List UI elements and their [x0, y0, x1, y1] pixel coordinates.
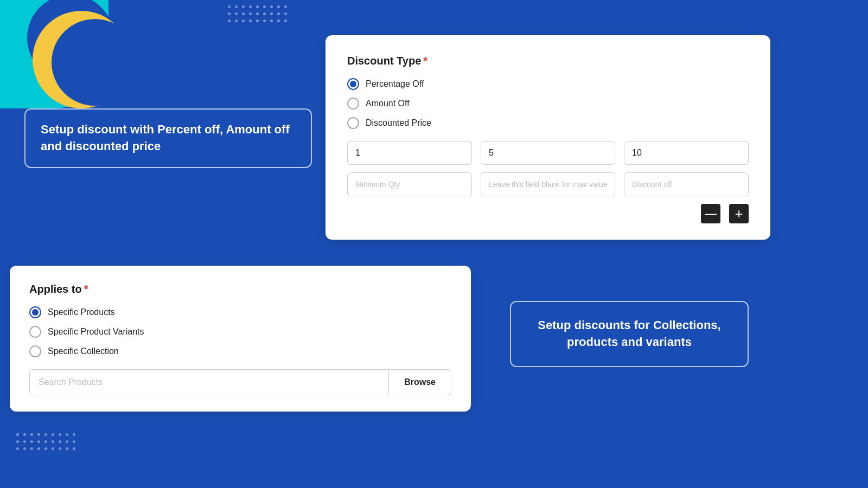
radio-amount-off-outer: [347, 98, 359, 110]
radio-percentage-off-label: Percentage Off: [366, 79, 424, 89]
radio-specific-products-inner: [32, 309, 39, 316]
field3-value-input[interactable]: [624, 141, 749, 165]
min-qty-input[interactable]: [347, 172, 472, 196]
right-promo-text: Setup discounts for Collections, product…: [538, 318, 720, 349]
right-promo-box: Setup discounts for Collections, product…: [510, 301, 749, 367]
input-row-2: [347, 172, 749, 196]
radio-discounted-price-outer: [347, 117, 359, 129]
radio-amount-off-label: Amount Off: [366, 99, 410, 108]
browse-button[interactable]: Browse: [389, 369, 451, 395]
discount-type-title: Discount Type*: [347, 55, 749, 67]
search-row: Browse: [29, 369, 451, 395]
radio-specific-collection-outer: [29, 345, 41, 357]
radio-discounted-price-label: Discounted Price: [366, 118, 431, 128]
radio-specific-products[interactable]: Specific Products: [29, 306, 451, 318]
discount-type-card: Discount Type* Percentage Off Amount Off…: [326, 35, 770, 240]
radio-percentage-off[interactable]: Percentage Off: [347, 78, 749, 90]
required-asterisk: *: [423, 55, 427, 67]
radio-specific-variants-label: Specific Product Variants: [48, 327, 144, 337]
discount-type-radio-group: Percentage Off Amount Off Discounted Pri…: [347, 78, 749, 129]
action-row: — +: [347, 204, 749, 223]
radio-percentage-off-inner: [350, 81, 356, 87]
field2-value-input[interactable]: [481, 141, 615, 165]
applies-to-required-asterisk: *: [84, 283, 88, 295]
remove-row-button[interactable]: —: [701, 204, 720, 223]
max-value-input[interactable]: [481, 172, 615, 196]
discount-off-input[interactable]: [624, 172, 749, 196]
applies-to-radio-group: Specific Products Specific Product Varia…: [29, 306, 451, 357]
radio-specific-variants-outer: [29, 326, 41, 338]
dot-grid-bottom: [16, 433, 75, 450]
left-promo-text: Setup discount with Percent off, Amount …: [41, 123, 290, 153]
search-products-input[interactable]: [29, 369, 389, 395]
radio-specific-products-label: Specific Products: [48, 307, 115, 317]
radio-specific-collection-label: Specific Collection: [48, 346, 119, 356]
radio-specific-products-outer: [29, 306, 41, 318]
radio-discounted-price[interactable]: Discounted Price: [347, 117, 749, 129]
radio-percentage-off-outer: [347, 78, 359, 90]
dot-grid-top: [228, 5, 287, 22]
radio-specific-variants[interactable]: Specific Product Variants: [29, 326, 451, 338]
yellow-crescent: [33, 11, 130, 108]
left-promo-box: Setup discount with Percent off, Amount …: [24, 108, 312, 168]
applies-to-title: Applies to*: [29, 283, 451, 296]
input-row-1: [347, 141, 749, 165]
radio-amount-off[interactable]: Amount Off: [347, 98, 749, 110]
field1-value-input[interactable]: [347, 141, 472, 165]
applies-to-card: Applies to* Specific Products Specific P…: [10, 266, 471, 412]
radio-specific-collection[interactable]: Specific Collection: [29, 345, 451, 357]
add-row-button[interactable]: +: [729, 204, 749, 223]
